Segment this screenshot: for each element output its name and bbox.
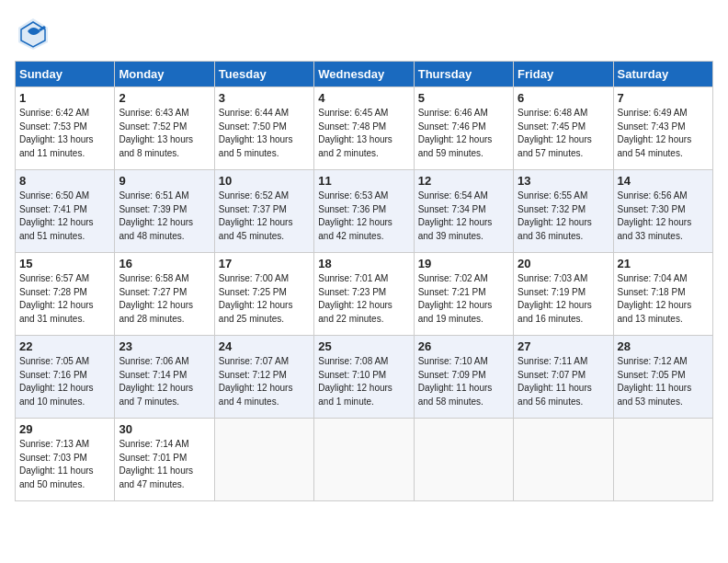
calendar-cell bbox=[214, 419, 313, 501]
calendar-cell: 25Sunrise: 7:08 AMSunset: 7:10 PMDayligh… bbox=[314, 336, 414, 419]
calendar-cell: 19Sunrise: 7:02 AMSunset: 7:21 PMDayligh… bbox=[414, 253, 513, 336]
calendar: SundayMondayTuesdayWednesdayThursdayFrid… bbox=[15, 61, 713, 501]
calendar-cell: 21Sunrise: 7:04 AMSunset: 7:18 PMDayligh… bbox=[613, 253, 712, 336]
day-number: 27 bbox=[518, 339, 609, 353]
day-info: Sunrise: 7:13 AMSunset: 7:03 PMDaylight:… bbox=[19, 438, 110, 491]
weekday-header-saturday: Saturday bbox=[613, 62, 712, 87]
day-number: 30 bbox=[119, 422, 210, 436]
calendar-header: SundayMondayTuesdayWednesdayThursdayFrid… bbox=[16, 62, 713, 87]
calendar-cell: 18Sunrise: 7:01 AMSunset: 7:23 PMDayligh… bbox=[314, 253, 414, 336]
calendar-cell bbox=[414, 419, 513, 501]
weekday-header-monday: Monday bbox=[115, 62, 214, 87]
day-number: 8 bbox=[19, 174, 110, 188]
calendar-cell: 13Sunrise: 6:55 AMSunset: 7:32 PMDayligh… bbox=[514, 170, 613, 253]
day-number: 10 bbox=[219, 174, 310, 188]
day-info: Sunrise: 6:49 AMSunset: 7:43 PMDaylight:… bbox=[618, 107, 709, 160]
day-info: Sunrise: 7:04 AMSunset: 7:18 PMDaylight:… bbox=[618, 272, 709, 326]
day-info: Sunrise: 6:44 AMSunset: 7:50 PMDaylight:… bbox=[219, 107, 310, 160]
day-info: Sunrise: 7:06 AMSunset: 7:14 PMDaylight:… bbox=[119, 355, 210, 408]
day-number: 20 bbox=[518, 257, 609, 270]
day-number: 9 bbox=[119, 174, 210, 188]
day-info: Sunrise: 7:11 AMSunset: 7:07 PMDaylight:… bbox=[518, 355, 609, 408]
day-number: 17 bbox=[219, 257, 310, 270]
calendar-cell: 12Sunrise: 6:54 AMSunset: 7:34 PMDayligh… bbox=[414, 170, 513, 253]
day-number: 5 bbox=[418, 91, 509, 105]
day-info: Sunrise: 6:48 AMSunset: 7:45 PMDaylight:… bbox=[518, 107, 609, 160]
day-number: 14 bbox=[618, 174, 709, 188]
calendar-cell: 26Sunrise: 7:10 AMSunset: 7:09 PMDayligh… bbox=[414, 336, 513, 419]
day-info: Sunrise: 6:50 AMSunset: 7:41 PMDaylight:… bbox=[19, 190, 110, 243]
day-info: Sunrise: 7:03 AMSunset: 7:19 PMDaylight:… bbox=[518, 272, 609, 326]
day-number: 23 bbox=[119, 339, 210, 353]
calendar-cell: 1Sunrise: 6:42 AMSunset: 7:53 PMDaylight… bbox=[16, 87, 115, 170]
calendar-cell: 14Sunrise: 6:56 AMSunset: 7:30 PMDayligh… bbox=[613, 170, 712, 253]
day-number: 21 bbox=[618, 257, 709, 270]
day-info: Sunrise: 7:14 AMSunset: 7:01 PMDaylight:… bbox=[119, 438, 210, 491]
day-number: 12 bbox=[418, 174, 509, 188]
calendar-cell: 23Sunrise: 7:06 AMSunset: 7:14 PMDayligh… bbox=[115, 336, 214, 419]
day-info: Sunrise: 7:07 AMSunset: 7:12 PMDaylight:… bbox=[219, 355, 310, 408]
calendar-cell bbox=[613, 419, 712, 501]
day-number: 2 bbox=[119, 91, 210, 105]
day-number: 6 bbox=[518, 91, 609, 105]
calendar-week-2: 8Sunrise: 6:50 AMSunset: 7:41 PMDaylight… bbox=[16, 170, 713, 253]
weekday-header-sunday: Sunday bbox=[16, 62, 115, 87]
calendar-cell: 11Sunrise: 6:53 AMSunset: 7:36 PMDayligh… bbox=[314, 170, 414, 253]
day-info: Sunrise: 6:56 AMSunset: 7:30 PMDaylight:… bbox=[618, 190, 709, 243]
calendar-cell: 4Sunrise: 6:45 AMSunset: 7:48 PMDaylight… bbox=[314, 87, 414, 170]
calendar-cell: 5Sunrise: 6:46 AMSunset: 7:46 PMDaylight… bbox=[414, 87, 513, 170]
calendar-cell: 6Sunrise: 6:48 AMSunset: 7:45 PMDaylight… bbox=[514, 87, 613, 170]
day-info: Sunrise: 7:00 AMSunset: 7:25 PMDaylight:… bbox=[219, 272, 310, 326]
calendar-cell: 9Sunrise: 6:51 AMSunset: 7:39 PMDaylight… bbox=[115, 170, 214, 253]
calendar-cell bbox=[514, 419, 613, 501]
day-number: 15 bbox=[19, 257, 110, 270]
weekday-header-friday: Friday bbox=[514, 62, 613, 87]
day-info: Sunrise: 6:55 AMSunset: 7:32 PMDaylight:… bbox=[518, 190, 609, 243]
logo bbox=[15, 15, 53, 52]
calendar-cell: 22Sunrise: 7:05 AMSunset: 7:16 PMDayligh… bbox=[16, 336, 115, 419]
day-number: 22 bbox=[19, 339, 110, 353]
day-info: Sunrise: 6:43 AMSunset: 7:52 PMDaylight:… bbox=[119, 107, 210, 160]
day-number: 19 bbox=[418, 257, 509, 270]
calendar-cell: 3Sunrise: 6:44 AMSunset: 7:50 PMDaylight… bbox=[214, 87, 313, 170]
day-info: Sunrise: 7:02 AMSunset: 7:21 PMDaylight:… bbox=[418, 272, 509, 326]
day-info: Sunrise: 6:57 AMSunset: 7:28 PMDaylight:… bbox=[19, 272, 110, 326]
day-number: 26 bbox=[418, 339, 509, 353]
day-number: 1 bbox=[19, 91, 110, 105]
day-info: Sunrise: 6:51 AMSunset: 7:39 PMDaylight:… bbox=[119, 190, 210, 243]
calendar-cell: 2Sunrise: 6:43 AMSunset: 7:52 PMDaylight… bbox=[115, 87, 214, 170]
weekday-header-thursday: Thursday bbox=[414, 62, 513, 87]
day-info: Sunrise: 7:01 AMSunset: 7:23 PMDaylight:… bbox=[318, 272, 409, 326]
day-number: 24 bbox=[219, 339, 310, 353]
day-info: Sunrise: 6:54 AMSunset: 7:34 PMDaylight:… bbox=[418, 190, 509, 243]
day-number: 28 bbox=[618, 339, 709, 353]
day-number: 4 bbox=[318, 91, 409, 105]
day-info: Sunrise: 6:53 AMSunset: 7:36 PMDaylight:… bbox=[318, 190, 409, 243]
calendar-cell: 27Sunrise: 7:11 AMSunset: 7:07 PMDayligh… bbox=[514, 336, 613, 419]
calendar-cell: 7Sunrise: 6:49 AMSunset: 7:43 PMDaylight… bbox=[613, 87, 712, 170]
day-number: 3 bbox=[219, 91, 310, 105]
day-info: Sunrise: 7:08 AMSunset: 7:10 PMDaylight:… bbox=[318, 355, 409, 408]
calendar-body: 1Sunrise: 6:42 AMSunset: 7:53 PMDaylight… bbox=[16, 87, 713, 501]
calendar-cell: 8Sunrise: 6:50 AMSunset: 7:41 PMDaylight… bbox=[16, 170, 115, 253]
weekday-header-wednesday: Wednesday bbox=[314, 62, 414, 87]
calendar-cell: 29Sunrise: 7:13 AMSunset: 7:03 PMDayligh… bbox=[16, 419, 115, 501]
day-info: Sunrise: 6:52 AMSunset: 7:37 PMDaylight:… bbox=[219, 190, 310, 243]
day-info: Sunrise: 7:05 AMSunset: 7:16 PMDaylight:… bbox=[19, 355, 110, 408]
day-info: Sunrise: 6:45 AMSunset: 7:48 PMDaylight:… bbox=[318, 107, 409, 160]
day-number: 29 bbox=[19, 422, 110, 436]
calendar-cell: 17Sunrise: 7:00 AMSunset: 7:25 PMDayligh… bbox=[214, 253, 313, 336]
calendar-cell: 30Sunrise: 7:14 AMSunset: 7:01 PMDayligh… bbox=[115, 419, 214, 501]
calendar-cell: 16Sunrise: 6:58 AMSunset: 7:27 PMDayligh… bbox=[115, 253, 214, 336]
page-container: SundayMondayTuesdayWednesdayThursdayFrid… bbox=[15, 15, 713, 501]
calendar-cell: 24Sunrise: 7:07 AMSunset: 7:12 PMDayligh… bbox=[214, 336, 313, 419]
calendar-cell: 10Sunrise: 6:52 AMSunset: 7:37 PMDayligh… bbox=[214, 170, 313, 253]
day-info: Sunrise: 7:10 AMSunset: 7:09 PMDaylight:… bbox=[418, 355, 509, 408]
calendar-cell: 15Sunrise: 6:57 AMSunset: 7:28 PMDayligh… bbox=[16, 253, 115, 336]
day-info: Sunrise: 6:58 AMSunset: 7:27 PMDaylight:… bbox=[119, 272, 210, 326]
day-number: 7 bbox=[618, 91, 709, 105]
day-info: Sunrise: 6:42 AMSunset: 7:53 PMDaylight:… bbox=[19, 107, 110, 160]
day-number: 13 bbox=[518, 174, 609, 188]
calendar-cell: 28Sunrise: 7:12 AMSunset: 7:05 PMDayligh… bbox=[613, 336, 712, 419]
calendar-cell bbox=[314, 419, 414, 501]
